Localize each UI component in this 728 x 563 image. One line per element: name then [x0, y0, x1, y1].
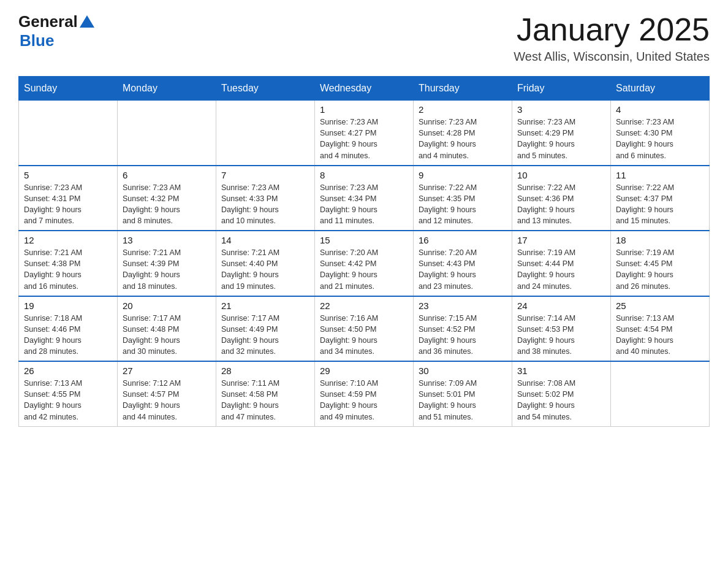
calendar-week-row: 12Sunrise: 7:21 AMSunset: 4:38 PMDayligh…: [19, 231, 710, 296]
logo-blue-text: Blue: [20, 31, 96, 50]
day-number: 28: [221, 366, 309, 376]
day-number: 13: [123, 235, 211, 245]
calendar-cell: 17Sunrise: 7:19 AMSunset: 4:44 PMDayligh…: [512, 231, 611, 296]
day-info: Sunrise: 7:22 AMSunset: 4:37 PMDaylight:…: [616, 182, 704, 227]
day-info: Sunrise: 7:23 AMSunset: 4:34 PMDaylight:…: [320, 182, 408, 227]
title-block: January 2025 West Allis, Wisconsin, Unit…: [514, 12, 710, 64]
day-number: 23: [419, 301, 507, 311]
day-number: 6: [123, 170, 211, 180]
day-number: 9: [419, 170, 507, 180]
calendar-cell: 27Sunrise: 7:12 AMSunset: 4:57 PMDayligh…: [118, 361, 216, 426]
day-header-monday: Monday: [118, 77, 216, 101]
calendar-cell: 26Sunrise: 7:13 AMSunset: 4:55 PMDayligh…: [19, 361, 118, 426]
day-info: Sunrise: 7:17 AMSunset: 4:49 PMDaylight:…: [221, 313, 309, 358]
day-info: Sunrise: 7:23 AMSunset: 4:33 PMDaylight:…: [221, 182, 309, 227]
day-info: Sunrise: 7:23 AMSunset: 4:32 PMDaylight:…: [123, 182, 211, 227]
calendar-cell: 5Sunrise: 7:23 AMSunset: 4:31 PMDaylight…: [19, 166, 118, 231]
day-number: 30: [419, 366, 507, 376]
calendar-cell: 11Sunrise: 7:22 AMSunset: 4:37 PMDayligh…: [611, 166, 710, 231]
calendar-cell: [19, 101, 118, 166]
location-title: West Allis, Wisconsin, United States: [514, 50, 710, 64]
day-number: 4: [616, 104, 704, 115]
day-info: Sunrise: 7:17 AMSunset: 4:48 PMDaylight:…: [123, 313, 211, 358]
day-number: 20: [123, 301, 211, 311]
calendar-cell: 21Sunrise: 7:17 AMSunset: 4:49 PMDayligh…: [216, 296, 315, 362]
day-header-wednesday: Wednesday: [315, 77, 414, 101]
day-number: 7: [221, 170, 309, 180]
day-info: Sunrise: 7:15 AMSunset: 4:52 PMDaylight:…: [419, 313, 507, 358]
day-number: 17: [517, 235, 605, 245]
calendar-cell: 28Sunrise: 7:11 AMSunset: 4:58 PMDayligh…: [216, 361, 315, 426]
calendar-week-row: 5Sunrise: 7:23 AMSunset: 4:31 PMDaylight…: [19, 166, 710, 231]
calendar-cell: 12Sunrise: 7:21 AMSunset: 4:38 PMDayligh…: [19, 231, 118, 296]
calendar-cell: 16Sunrise: 7:20 AMSunset: 4:43 PMDayligh…: [414, 231, 512, 296]
day-number: 31: [517, 366, 605, 376]
calendar-cell: 6Sunrise: 7:23 AMSunset: 4:32 PMDaylight…: [118, 166, 216, 231]
calendar-week-row: 1Sunrise: 7:23 AMSunset: 4:27 PMDaylight…: [19, 101, 710, 166]
day-number: 14: [221, 235, 309, 245]
calendar-cell: 10Sunrise: 7:22 AMSunset: 4:36 PMDayligh…: [512, 166, 611, 231]
calendar-cell: 15Sunrise: 7:20 AMSunset: 4:42 PMDayligh…: [315, 231, 414, 296]
calendar-cell: 19Sunrise: 7:18 AMSunset: 4:46 PMDayligh…: [19, 296, 118, 362]
day-info: Sunrise: 7:22 AMSunset: 4:35 PMDaylight:…: [419, 182, 507, 227]
calendar-week-row: 26Sunrise: 7:13 AMSunset: 4:55 PMDayligh…: [19, 361, 710, 426]
day-info: Sunrise: 7:23 AMSunset: 4:27 PMDaylight:…: [320, 117, 408, 161]
logo: General Blue: [18, 12, 96, 50]
day-number: 3: [517, 104, 605, 115]
day-header-friday: Friday: [512, 77, 611, 101]
day-info: Sunrise: 7:21 AMSunset: 4:38 PMDaylight:…: [24, 247, 112, 292]
calendar-cell: 22Sunrise: 7:16 AMSunset: 4:50 PMDayligh…: [315, 296, 414, 362]
day-number: 25: [616, 301, 704, 311]
calendar-cell: 13Sunrise: 7:21 AMSunset: 4:39 PMDayligh…: [118, 231, 216, 296]
day-header-thursday: Thursday: [414, 77, 512, 101]
day-number: 16: [419, 235, 507, 245]
day-number: 21: [221, 301, 309, 311]
day-info: Sunrise: 7:19 AMSunset: 4:44 PMDaylight:…: [517, 247, 605, 292]
day-number: 24: [517, 301, 605, 311]
calendar-cell: 14Sunrise: 7:21 AMSunset: 4:40 PMDayligh…: [216, 231, 315, 296]
day-number: 11: [616, 170, 704, 180]
calendar-cell: 18Sunrise: 7:19 AMSunset: 4:45 PMDayligh…: [611, 231, 710, 296]
calendar-cell: 2Sunrise: 7:23 AMSunset: 4:28 PMDaylight…: [414, 101, 512, 166]
day-number: 22: [320, 301, 408, 311]
calendar-week-row: 19Sunrise: 7:18 AMSunset: 4:46 PMDayligh…: [19, 296, 710, 362]
day-info: Sunrise: 7:16 AMSunset: 4:50 PMDaylight:…: [320, 313, 408, 358]
day-info: Sunrise: 7:09 AMSunset: 5:01 PMDaylight:…: [419, 378, 507, 423]
day-info: Sunrise: 7:13 AMSunset: 4:55 PMDaylight:…: [24, 378, 112, 423]
day-number: 2: [419, 104, 507, 115]
day-info: Sunrise: 7:23 AMSunset: 4:30 PMDaylight:…: [616, 117, 704, 161]
day-number: 8: [320, 170, 408, 180]
calendar-header-row: SundayMondayTuesdayWednesdayThursdayFrid…: [19, 77, 710, 101]
page-header: General Blue January 2025 West Allis, Wi…: [18, 12, 710, 64]
calendar-cell: 31Sunrise: 7:08 AMSunset: 5:02 PMDayligh…: [512, 361, 611, 426]
day-info: Sunrise: 7:18 AMSunset: 4:46 PMDaylight:…: [24, 313, 112, 358]
calendar-cell: [118, 101, 216, 166]
calendar-cell: 20Sunrise: 7:17 AMSunset: 4:48 PMDayligh…: [118, 296, 216, 362]
month-title: January 2025: [514, 12, 710, 47]
calendar-cell: 7Sunrise: 7:23 AMSunset: 4:33 PMDaylight…: [216, 166, 315, 231]
day-info: Sunrise: 7:23 AMSunset: 4:28 PMDaylight:…: [419, 117, 507, 161]
day-info: Sunrise: 7:21 AMSunset: 4:39 PMDaylight:…: [123, 247, 211, 292]
day-number: 12: [24, 235, 112, 245]
day-info: Sunrise: 7:21 AMSunset: 4:40 PMDaylight:…: [221, 247, 309, 292]
calendar-cell: 9Sunrise: 7:22 AMSunset: 4:35 PMDaylight…: [414, 166, 512, 231]
calendar-cell: 30Sunrise: 7:09 AMSunset: 5:01 PMDayligh…: [414, 361, 512, 426]
day-header-tuesday: Tuesday: [216, 77, 315, 101]
day-info: Sunrise: 7:22 AMSunset: 4:36 PMDaylight:…: [517, 182, 605, 227]
day-info: Sunrise: 7:08 AMSunset: 5:02 PMDaylight:…: [517, 378, 605, 423]
calendar-cell: 29Sunrise: 7:10 AMSunset: 4:59 PMDayligh…: [315, 361, 414, 426]
calendar-cell: [216, 101, 315, 166]
day-header-saturday: Saturday: [611, 77, 710, 101]
calendar-cell: 23Sunrise: 7:15 AMSunset: 4:52 PMDayligh…: [414, 296, 512, 362]
day-number: 19: [24, 301, 112, 311]
day-header-sunday: Sunday: [19, 77, 118, 101]
day-info: Sunrise: 7:20 AMSunset: 4:42 PMDaylight:…: [320, 247, 408, 292]
day-info: Sunrise: 7:23 AMSunset: 4:29 PMDaylight:…: [517, 117, 605, 161]
day-number: 26: [24, 366, 112, 376]
day-number: 10: [517, 170, 605, 180]
day-info: Sunrise: 7:12 AMSunset: 4:57 PMDaylight:…: [123, 378, 211, 423]
day-info: Sunrise: 7:10 AMSunset: 4:59 PMDaylight:…: [320, 378, 408, 423]
day-number: 15: [320, 235, 408, 245]
day-info: Sunrise: 7:13 AMSunset: 4:54 PMDaylight:…: [616, 313, 704, 358]
calendar-cell: 8Sunrise: 7:23 AMSunset: 4:34 PMDaylight…: [315, 166, 414, 231]
